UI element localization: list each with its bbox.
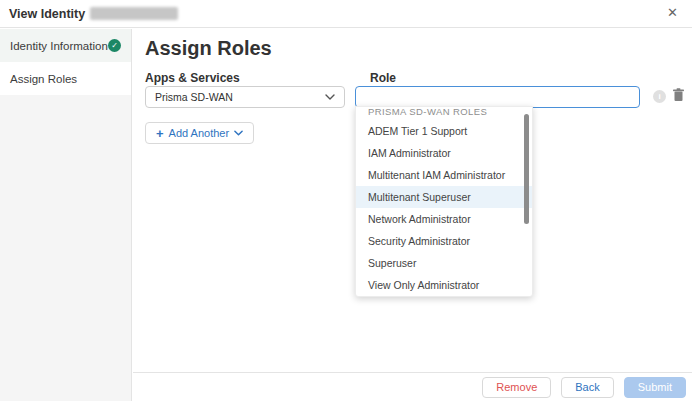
role-option[interactable]: Superuser [356,252,532,274]
remove-button[interactable]: Remove [482,377,551,398]
role-dropdown-clipped-group: PRISMA SD-WAN ROLES [356,107,532,120]
check-circle-icon: ✓ [108,39,121,52]
sidebar-item-label: Identity Information [10,40,108,52]
view-identity-modal: View Identity ✕ Identity Information ✓ A… [0,0,692,401]
apps-services-column-label: Apps & Services [145,71,240,85]
role-combobox-input[interactable] [355,86,640,108]
apps-services-select[interactable]: Prisma SD-WAN [145,86,345,108]
apps-services-select-value: Prisma SD-WAN [155,91,233,103]
role-option-highlighted[interactable]: Multitenant Superuser [356,186,532,208]
footer-bar: Remove Back Submit [133,373,692,401]
modal-title: View Identity [9,7,85,21]
sidebar-item-assign-roles[interactable]: Assign Roles [0,62,131,95]
page-title: Assign Roles [145,37,272,60]
role-option[interactable]: Security Administrator [356,230,532,252]
main-panel: Assign Roles Apps & Services Role Prisma… [133,29,692,401]
sidebar-item-label: Assign Roles [10,73,77,85]
add-another-label: Add Another [169,127,230,139]
dropdown-scrollbar[interactable] [524,114,529,224]
redacted-identity-name [90,7,178,20]
trash-icon[interactable] [672,88,685,106]
close-icon[interactable]: ✕ [667,6,678,19]
submit-button[interactable]: Submit [624,377,686,398]
role-column-label: Role [370,71,396,85]
wizard-sidebar: Identity Information ✓ Assign Roles [0,29,132,401]
role-option[interactable]: Network Administrator [356,208,532,230]
role-option[interactable]: ADEM Tier 1 Support [356,120,532,142]
back-button[interactable]: Back [561,377,613,398]
role-option[interactable]: IAM Administrator [356,142,532,164]
chevron-down-icon [234,130,243,136]
sidebar-item-identity-information[interactable]: Identity Information ✓ [0,29,131,62]
role-option[interactable]: Multitenant IAM Administrator [356,164,532,186]
role-option[interactable]: View Only Administrator [356,274,532,296]
plus-icon: + [156,127,164,140]
modal-header: View Identity ✕ [0,0,692,28]
chevron-down-icon [325,94,335,100]
info-icon: i [653,90,666,103]
add-another-button[interactable]: + Add Another [145,122,254,144]
role-dropdown-list: PRISMA SD-WAN ROLES ADEM Tier 1 Support … [355,106,533,297]
